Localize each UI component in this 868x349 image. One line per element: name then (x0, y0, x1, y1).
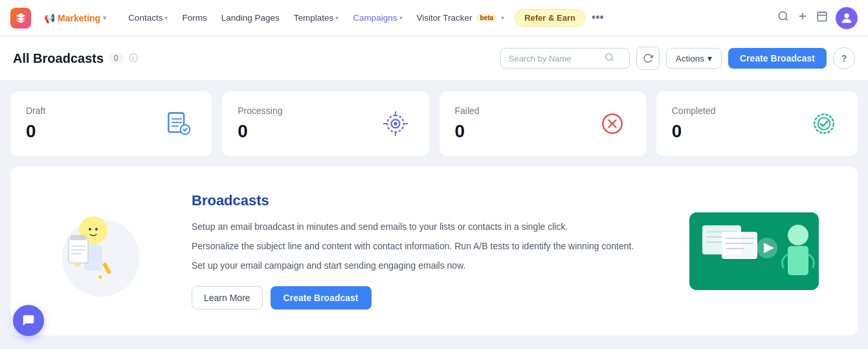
nav-forms[interactable]: Forms (175, 9, 213, 27)
empty-content: Broadcasts Setup an email broadcast in m… (192, 192, 651, 310)
svg-rect-1 (818, 12, 827, 21)
search-submit-icon[interactable] (605, 52, 614, 64)
search-input[interactable] (509, 54, 599, 63)
processing-value: 0 (238, 121, 282, 142)
marketing-menu[interactable]: 📢 Marketing ▾ (39, 10, 111, 26)
nav-campaigns[interactable]: Campaigns ▾ (346, 9, 408, 27)
svg-point-7 (394, 122, 397, 126)
completed-value: 0 (672, 121, 716, 142)
failed-stat-card: Failed 0 (440, 91, 646, 156)
beta-badge: beta (476, 14, 498, 22)
processing-icon (377, 106, 414, 142)
refresh-button[interactable] (636, 47, 660, 70)
nav-items: Contacts ▾ Forms Landing Pages Templates… (122, 8, 775, 27)
app-logo[interactable] (10, 8, 31, 28)
nav-landing-pages[interactable]: Landing Pages (215, 9, 286, 27)
completed-label: Completed (672, 106, 716, 116)
empty-desc-1: Setup an email broadcast in minutes and … (192, 220, 651, 235)
stat-cards: Draft 0 Processing 0 (0, 81, 868, 156)
svg-point-2 (844, 13, 849, 17)
contacts-chevron-icon: ▾ (164, 14, 168, 21)
svg-point-15 (89, 228, 91, 231)
svg-point-0 (779, 12, 786, 19)
media-inner (689, 212, 819, 290)
nav-visitor-tracker[interactable]: Visitor Tracker beta ▾ (410, 9, 511, 27)
page-title: All Broadcasts (13, 51, 104, 66)
help-button[interactable]: ? (833, 47, 855, 69)
empty-title: Broadcasts (192, 192, 651, 209)
completed-icon (806, 106, 842, 142)
draft-icon (160, 106, 196, 142)
learn-more-button[interactable]: Learn More (192, 286, 263, 310)
create-broadcast-button[interactable]: Create Broadcast (728, 48, 827, 69)
top-navigation: 📢 Marketing ▾ Contacts ▾ Forms Landing P… (0, 0, 868, 36)
empty-media-thumbnail (689, 212, 819, 290)
templates-chevron-icon: ▾ (335, 14, 339, 21)
actions-chevron-icon: ▾ (707, 53, 712, 63)
completed-stat-card: Completed 0 (656, 91, 858, 156)
failed-value: 0 (455, 121, 480, 142)
svg-point-35 (788, 225, 808, 245)
svg-point-16 (95, 228, 98, 231)
header-actions: Actions ▾ Create Broadcast ? (500, 47, 855, 70)
nav-contacts[interactable]: Contacts ▾ (122, 9, 174, 27)
empty-state: Broadcasts Setup an email broadcast in m… (10, 166, 858, 335)
info-icon[interactable]: ⓘ (129, 52, 138, 64)
user-avatar[interactable] (836, 7, 858, 29)
search-icon[interactable] (777, 10, 789, 25)
marketing-label: Marketing (58, 13, 100, 23)
marketing-chevron-icon: ▾ (103, 14, 106, 21)
campaigns-chevron-icon: ▾ (399, 14, 403, 21)
svg-rect-29 (722, 232, 757, 259)
more-menu-button[interactable]: ••• (586, 8, 609, 27)
actions-button[interactable]: Actions ▾ (666, 48, 722, 69)
refer-earn-button[interactable]: Refer & Earn (515, 9, 585, 27)
nav-templates[interactable]: Templates ▾ (287, 9, 346, 27)
draft-card-wrapper: Draft 0 (0, 91, 217, 156)
draft-value: 0 (26, 121, 45, 142)
processing-label: Processing (238, 106, 282, 116)
chat-widget-button[interactable] (13, 305, 44, 336)
svg-rect-17 (69, 238, 88, 263)
failed-icon (594, 106, 630, 142)
nav-right-actions (777, 7, 858, 29)
visitor-tracker-chevron-icon: ▾ (501, 14, 504, 21)
processing-card-wrapper: Processing 0 (217, 91, 434, 156)
page-header: All Broadcasts 0 ⓘ Actions ▾ Create Broa… (0, 36, 868, 81)
marketing-icon: 📢 (44, 13, 55, 23)
search-box[interactable] (500, 48, 630, 69)
create-broadcast-empty-button[interactable]: Create Broadcast (271, 286, 372, 310)
broadcast-count: 0 (109, 52, 124, 64)
draft-label: Draft (26, 106, 45, 116)
empty-actions: Learn More Create Broadcast (192, 286, 651, 310)
draft-stat-card: Draft 0 (10, 91, 212, 156)
failed-label: Failed (455, 106, 480, 116)
svg-point-3 (606, 54, 612, 60)
empty-illustration (49, 199, 153, 303)
svg-point-9 (814, 114, 833, 133)
svg-rect-36 (788, 246, 808, 275)
svg-rect-18 (71, 235, 86, 240)
calendar-icon[interactable] (816, 10, 828, 25)
completed-card-wrapper: Completed 0 (651, 91, 868, 156)
empty-desc-2: Personalize the subject line and content… (192, 239, 651, 254)
page-title-group: All Broadcasts 0 ⓘ (13, 51, 138, 66)
add-icon[interactable] (797, 10, 808, 25)
processing-stat-card: Processing 0 (222, 91, 428, 156)
empty-desc-3: Set up your email campaign and start sen… (192, 258, 651, 274)
failed-card-wrapper: Failed 0 (434, 91, 651, 156)
